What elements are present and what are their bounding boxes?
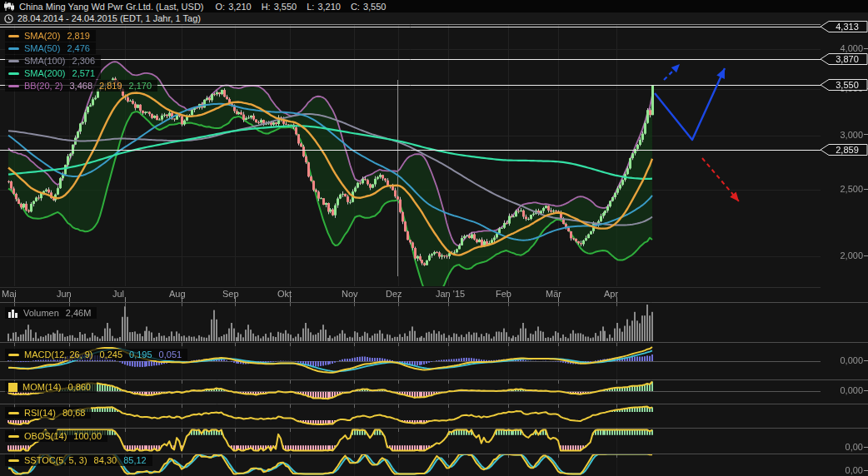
- legend-sma20[interactable]: SMA(20) 2,819: [5, 30, 96, 42]
- time-axis-month-label: Okt: [277, 289, 292, 299]
- legend-sstoc[interactable]: SSTOC(5, 5, 3) 84,30 85,12: [5, 454, 152, 466]
- legend-macd[interactable]: MACD(12, 26, 9) 0,245 0,195 0,051: [5, 349, 187, 360]
- sma20-swatch: [8, 35, 19, 37]
- price-level-tag[interactable]: 4,313: [820, 20, 868, 33]
- mom-zero-label: 0,000: [840, 385, 868, 395]
- bollinger-swatch: [8, 85, 19, 87]
- sma20-label: SMA(20): [24, 31, 60, 41]
- instrument-title: China Ming Yang Wd Pwr Gr.Ltd. (Last, US…: [19, 2, 204, 12]
- high-value: 3,550: [274, 2, 297, 12]
- rsi-swatch: [8, 412, 19, 414]
- high-label: H:: [262, 2, 271, 12]
- price-axis-tick: 2,000: [840, 250, 868, 260]
- time-axis-month-label: Sep: [222, 289, 239, 299]
- close-label: C:: [351, 2, 360, 12]
- low-value: 3,210: [317, 2, 341, 12]
- price-axis-tick: 3,000: [840, 130, 868, 140]
- sstoc-swatch: [8, 459, 19, 462]
- candlestick-icon: [4, 2, 14, 11]
- trading-chart-window: China Ming Yang Wd Pwr Gr.Ltd. (Last, US…: [0, 0, 868, 476]
- macd-label: MACD(12, 26, 9): [24, 350, 93, 359]
- sstoc-d-value: 85,12: [123, 455, 147, 465]
- sma100-swatch: [8, 60, 19, 62]
- date-range-text: 28.04.2014 - 24.04.2015 (EDT, 1 Jahr, 1 …: [17, 13, 201, 23]
- bollinger-label: BB(20, 2): [24, 81, 62, 91]
- price-level-tag[interactable]: 3,870: [820, 52, 868, 66]
- ohlc-readout: O:3,210 H:3,550 L:3,210 C:3,550: [216, 2, 387, 12]
- mom-value: 0,860: [67, 382, 91, 392]
- macd-swatch: [8, 354, 19, 356]
- price-level-tag[interactable]: 3,550: [820, 78, 868, 92]
- sma100-value: 2,306: [72, 56, 96, 66]
- open-value: 3,210: [228, 2, 252, 12]
- legend-sma100[interactable]: SMA(100) 2,306: [5, 55, 101, 67]
- macd-zero-label: 0,000: [840, 355, 868, 365]
- clock-icon: [4, 14, 13, 23]
- volume-label: Volumen: [23, 308, 59, 318]
- macd-value: 0,245: [100, 350, 123, 359]
- sma50-value: 2,476: [67, 43, 90, 53]
- low-label: L:: [307, 2, 314, 12]
- mom-swatch: [8, 383, 17, 392]
- time-axis-month-label: Dez: [386, 289, 402, 299]
- time-axis-month-label: Mär: [546, 289, 561, 299]
- date-range-bar[interactable]: 28.04.2014 - 24.04.2015 (EDT, 1 Jahr, 1 …: [0, 12, 868, 24]
- bollinger-lower-value: 2,170: [129, 81, 152, 91]
- time-axis-month-label: Aug: [169, 289, 186, 299]
- rsi-value: 80,68: [62, 408, 86, 418]
- legend-bollinger[interactable]: BB(20, 2) 3,468 2,819 2,170: [5, 80, 157, 92]
- sma20-value: 2,819: [67, 31, 90, 41]
- legend-rsi[interactable]: RSI(14) 80,68: [5, 407, 91, 419]
- obos-zero-label: 0,00: [846, 442, 868, 452]
- sma200-label: SMA(200): [24, 68, 66, 78]
- time-axis-month-label: Apr: [604, 289, 618, 299]
- sma50-label: SMA(50): [24, 43, 60, 53]
- chart-canvas[interactable]: [0, 0, 868, 476]
- legend-volume[interactable]: Volumen 2,46M: [5, 307, 97, 319]
- sstoc-k-value: 84,30: [94, 455, 117, 465]
- bollinger-mid-value: 2,819: [99, 81, 122, 91]
- legend-sma200[interactable]: SMA(200) 2,571: [5, 67, 101, 79]
- mom-label: MOM(14): [22, 382, 61, 392]
- sstoc-zero-label: 0,00: [846, 465, 868, 475]
- obos-label: OBOS(14): [24, 431, 67, 441]
- volume-bars-icon: [8, 309, 18, 318]
- legend-mom[interactable]: MOM(14) 0,860: [5, 381, 97, 393]
- close-value: 3,550: [363, 2, 387, 12]
- open-label: O:: [216, 2, 226, 12]
- sma50-swatch: [8, 47, 19, 50]
- time-axis-month-label: Feb: [496, 289, 511, 299]
- legend-sma50[interactable]: SMA(50) 2,476: [5, 42, 96, 54]
- macd-signal-value: 0,195: [129, 350, 152, 359]
- bollinger-upper-value: 3,468: [69, 81, 92, 91]
- macd-hist-value: 0,051: [159, 350, 182, 359]
- price-level-tag[interactable]: 2,859: [820, 143, 868, 156]
- price-axis-tick: 2,500: [840, 184, 868, 194]
- sma100-label: SMA(100): [24, 56, 66, 66]
- time-axis-month-label: Nov: [342, 289, 358, 299]
- time-axis-month-label: Jul: [112, 289, 124, 299]
- sstoc-label: SSTOC(5, 5, 3): [24, 455, 87, 465]
- time-axis-month-label: Jan '15: [436, 289, 465, 299]
- legend-obos[interactable]: OBOS(14) 100,00: [5, 430, 107, 442]
- title-bar: China Ming Yang Wd Pwr Gr.Ltd. (Last, US…: [0, 0, 868, 12]
- sma200-swatch: [8, 72, 19, 75]
- time-axis-month-label: Mai: [2, 289, 17, 299]
- obos-swatch: [8, 435, 19, 438]
- volume-value: 2,46M: [66, 308, 92, 318]
- obos-value: 100,00: [73, 431, 102, 441]
- sma200-value: 2,571: [72, 68, 96, 78]
- rsi-label: RSI(14): [24, 408, 56, 418]
- time-axis-month-label: Jun: [57, 289, 72, 299]
